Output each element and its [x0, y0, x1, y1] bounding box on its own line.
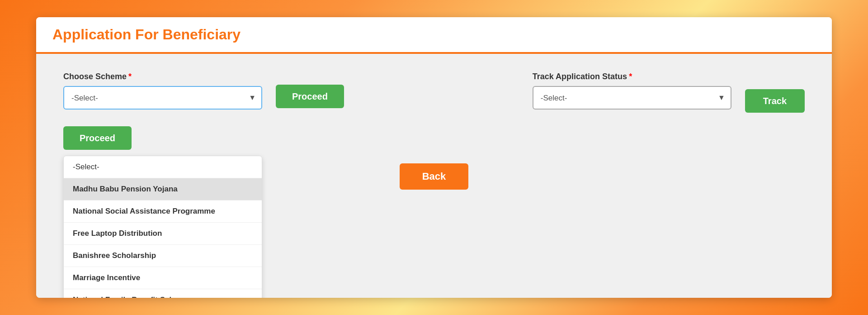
choose-scheme-group: Choose Scheme* -Select- Madhu Babu Pensi…: [63, 72, 262, 110]
dropdown-item-mi[interactable]: Marriage Incentive: [64, 267, 262, 289]
page-header: Application For Beneficiary: [36, 17, 832, 54]
dropdown-item-nfbs[interactable]: National Family Benefit Scheme: [64, 289, 262, 298]
track-status-wrapper: -Select- Madhu Babu Pension Yojana Natio…: [533, 86, 731, 110]
back-button[interactable]: Back: [400, 163, 469, 190]
dropdown-item-fld[interactable]: Free Laptop Distribution: [64, 223, 262, 245]
track-button[interactable]: Track: [745, 89, 805, 113]
form-row-2: Proceed: [63, 126, 805, 150]
track-status-group: Track Application Status* -Select- Madhu…: [533, 72, 731, 110]
dropdown-item-mbpy[interactable]: Madhu Babu Pension Yojana: [64, 178, 262, 200]
required-star-scheme: *: [128, 72, 132, 81]
dropdown-item-nsap[interactable]: National Social Assistance Programme: [64, 200, 262, 223]
form-row-1: Choose Scheme* -Select- Madhu Babu Pensi…: [63, 72, 805, 113]
choose-scheme-select[interactable]: -Select- Madhu Babu Pension Yojana Natio…: [63, 86, 262, 110]
proceed-button-1[interactable]: Proceed: [276, 85, 344, 108]
track-status-select[interactable]: -Select- Madhu Babu Pension Yojana Natio…: [533, 86, 731, 110]
choose-scheme-label: Choose Scheme*: [63, 72, 262, 81]
dropdown-item-select[interactable]: -Select-: [64, 156, 262, 178]
track-status-label: Track Application Status*: [533, 72, 731, 81]
content-area: Choose Scheme* -Select- Madhu Babu Pensi…: [36, 54, 832, 298]
choose-scheme-wrapper: -Select- Madhu Babu Pension Yojana Natio…: [63, 86, 262, 110]
required-star-track: *: [629, 72, 632, 81]
main-card: Application For Beneficiary Choose Schem…: [36, 17, 832, 298]
proceed-button-2[interactable]: Proceed: [63, 126, 132, 150]
page-title: Application For Beneficiary: [52, 26, 241, 43]
dropdown-item-bs[interactable]: Banishree Scholarship: [64, 245, 262, 267]
scheme-dropdown-menu: -Select- Madhu Babu Pension Yojana Natio…: [63, 156, 262, 298]
